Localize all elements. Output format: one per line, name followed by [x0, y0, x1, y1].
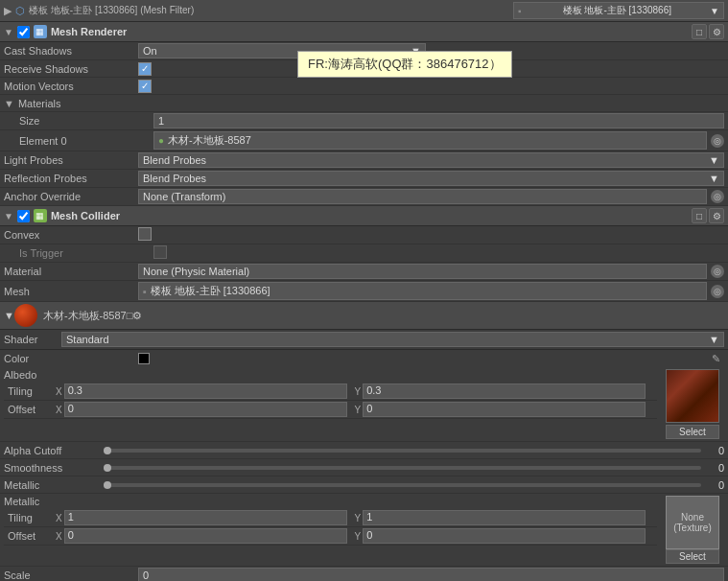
motion-vectors-checkbox[interactable]: ✓ [138, 80, 152, 93]
light-probes-dropdown-value: Blend Probes [143, 154, 206, 166]
receive-shadows-checkbox[interactable]: ✓ [138, 62, 152, 76]
is-trigger-value [153, 245, 724, 261]
collider-mesh-field[interactable]: 楼板 地板-主卧 [1330866] [138, 282, 707, 300]
mesh-renderer-checkbox[interactable] [17, 26, 30, 38]
albedo-left: Albedo Tiling X 0.3 Y 0.3 Offset X 0 Y 0 [4, 369, 657, 419]
metallic-left: Metallic Tiling X 1 Y 1 Offset X 0 Y 0 [4, 496, 657, 546]
collider-material-field[interactable]: None (Physic Material) [138, 264, 707, 279]
is-trigger-checkbox [153, 245, 167, 259]
albedo-select-button[interactable]: Select [666, 425, 719, 439]
smoothness-value: 0 [705, 462, 724, 474]
material-page-icon[interactable]: □ [127, 310, 133, 321]
offset-metallic-x-input[interactable]: 0 [64, 528, 347, 544]
tiling-metallic-y-input[interactable]: 1 [363, 510, 646, 525]
alpha-cutoff-thumb[interactable] [104, 447, 111, 454]
scale-field[interactable]: 0 [138, 568, 724, 581]
anchor-override-circle-btn[interactable]: ◎ [711, 190, 724, 203]
materials-arrow[interactable]: ▼ [4, 98, 14, 109]
tiling-metallic-x-input[interactable]: 1 [64, 510, 347, 525]
mesh-value: 楼板 地板-主卧 [1330866] [563, 4, 671, 17]
collider-material-value: None (Physic Material) ◎ [138, 264, 724, 279]
top-bar: ▶ ⬡ 楼板 地板-主卧 [1330866] (Mesh Filter) ▪ 楼… [0, 0, 728, 22]
collapse-arrow[interactable]: ▼ [4, 27, 13, 37]
metallic-none-texture[interactable]: None (Texture) [666, 496, 719, 549]
material-arrow[interactable]: ▼ [4, 310, 14, 321]
albedo-texture-preview[interactable] [666, 369, 719, 423]
convex-row: Convex [0, 226, 728, 244]
mesh-collider-icon: ▦ [34, 209, 47, 222]
collider-material-circle-btn[interactable]: ◎ [711, 265, 724, 278]
light-probes-dropdown[interactable]: Blend Probes ▼ [138, 152, 724, 168]
filter-label: 楼板 地板-主卧 [1330866] (Mesh Filter) [29, 4, 194, 17]
tiling-albedo-y-label: Y [355, 386, 362, 397]
alpha-cutoff-value: 0 [705, 445, 724, 456]
mesh-collider-arrow[interactable]: ▼ [4, 211, 13, 221]
metallic-slider-row: Metallic 0 [0, 476, 728, 494]
offset-albedo-y-label: Y [355, 405, 362, 415]
shader-value: Standard [66, 334, 109, 345]
collider-settings-icon[interactable]: ⚙ [709, 208, 724, 223]
offset-metallic-label: Offset [8, 530, 56, 542]
smoothness-row: Smoothness 0 [0, 459, 728, 476]
element0-circle-btn[interactable]: ◎ [711, 134, 724, 148]
tiling-albedo-label: Tiling [8, 385, 56, 397]
offset-albedo-label: Offset [8, 404, 56, 415]
metallic-slider-value: 0 [705, 479, 724, 491]
shader-dropdown[interactable]: Standard ▼ [61, 332, 724, 347]
tiling-albedo-x-input[interactable]: 0.3 [64, 383, 347, 399]
anchor-override-field[interactable]: None (Transform) [138, 189, 707, 204]
mesh-collider-checkbox[interactable] [17, 210, 30, 222]
motion-vectors-value: ✓ [138, 80, 724, 93]
metallic-texture-area: None (Texture) Select [661, 496, 724, 564]
materials-label: Materials [18, 98, 153, 109]
collider-mesh-row: Mesh 楼板 地板-主卧 [1330866] ◎ [0, 281, 728, 302]
texture-preview-area: Select [661, 369, 724, 439]
light-probes-row: Light Probes Blend Probes ▼ [0, 151, 728, 170]
metallic-texture-section: Metallic Tiling X 1 Y 1 Offset X 0 Y 0 [0, 494, 728, 567]
element0-field-value: 木材-木地板-8587 [168, 133, 251, 148]
mesh-dropdown[interactable]: ▪ 楼板 地板-主卧 [1330866] ▼ [513, 2, 724, 19]
reflection-probes-dropdown[interactable]: Blend Probes ▼ [138, 171, 724, 186]
offset-metallic-row: Offset X 0 Y 0 [4, 527, 657, 546]
alpha-cutoff-label: Alpha Cutoff [4, 445, 100, 456]
color-label: Color [4, 353, 138, 364]
none-texture-text: None [681, 512, 704, 523]
motion-vectors-row: Motion Vectors ✓ [0, 78, 728, 95]
alpha-cutoff-row: Alpha Cutoff 0 [0, 442, 728, 459]
reflection-probes-value: Blend Probes ▼ [138, 171, 724, 186]
settings-icon[interactable]: ⚙ [709, 24, 724, 39]
smoothness-slider[interactable] [104, 466, 701, 470]
collider-mesh-circle-btn[interactable]: ◎ [711, 285, 724, 298]
collider-page-icon[interactable]: □ [692, 208, 707, 223]
material-settings-icon[interactable]: ⚙ [132, 310, 142, 322]
motion-vectors-label: Motion Vectors [4, 81, 138, 92]
page-icon[interactable]: □ [692, 24, 707, 39]
metallic-thumb[interactable] [104, 481, 111, 489]
tiling-albedo-y-input[interactable]: 0.3 [363, 383, 646, 399]
light-probes-value: Blend Probes ▼ [138, 152, 724, 168]
reflection-probes-label: Reflection Probes [4, 173, 138, 184]
smoothness-thumb[interactable] [104, 464, 111, 472]
cast-shadows-dropdown-value: On [143, 45, 157, 57]
albedo-section: Albedo Tiling X 0.3 Y 0.3 Offset X 0 Y 0 [0, 367, 728, 442]
offset-albedo-x-input[interactable]: 0 [64, 402, 347, 417]
none-texture-subtext: (Texture) [673, 523, 711, 533]
pencil-icon[interactable]: ✎ [712, 353, 720, 365]
chevron-down-icon: ▼ [709, 154, 719, 166]
is-trigger-row: Is Trigger [0, 244, 728, 263]
convex-label: Convex [4, 229, 138, 241]
offset-metallic-y-label: Y [355, 531, 362, 542]
offset-metallic-y-input[interactable]: 0 [363, 528, 646, 544]
mesh-icon: ▪ [518, 6, 522, 16]
convex-checkbox[interactable] [138, 227, 152, 241]
metallic-slider[interactable] [104, 483, 701, 487]
size-field[interactable]: 1 [153, 113, 724, 128]
chevron-down-icon: ▼ [710, 6, 719, 16]
element0-field[interactable]: 木材-木地板-8587 [153, 131, 707, 150]
alpha-cutoff-slider[interactable] [104, 449, 701, 453]
offset-albedo-y-input[interactable]: 0 [363, 402, 646, 417]
metallic-select-button[interactable]: Select [666, 549, 719, 564]
chevron-down-icon: ▼ [709, 173, 719, 184]
color-swatch[interactable] [138, 353, 150, 364]
metallic-slider-label: Metallic [4, 479, 100, 491]
